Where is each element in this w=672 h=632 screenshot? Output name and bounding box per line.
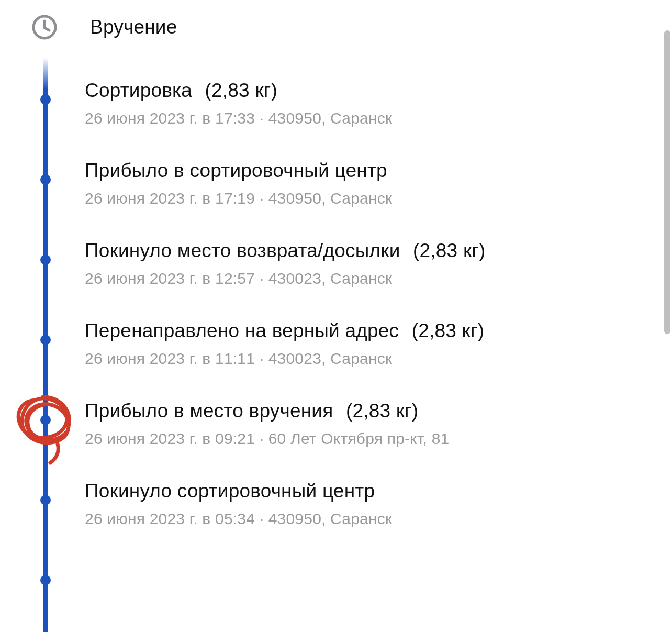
event-title-text: Покинуло сортировочный центр bbox=[85, 480, 375, 502]
event-title-text: Сортировка bbox=[85, 80, 192, 101]
event-location: 430950, Саранск bbox=[268, 190, 393, 207]
event-title: Покинуло сортировочный центр bbox=[85, 480, 609, 503]
event-location: 430023, Саранск bbox=[268, 350, 393, 367]
event-title: Прибыло в сортировочный центр bbox=[85, 160, 609, 182]
event-location: 430950, Саранск bbox=[268, 109, 393, 127]
event-subtitle: 26 июня 2023 г. в 12:57 · 430023, Саранс… bbox=[85, 270, 609, 287]
event-datetime: 26 июня 2023 г. в 09:21 bbox=[85, 430, 255, 447]
event-location: 430023, Саранск bbox=[268, 270, 393, 287]
event-datetime: 26 июня 2023 г. в 11:11 bbox=[85, 350, 255, 367]
event-title: Перенаправлено на верный адрес (2,83 кг) bbox=[85, 320, 609, 342]
event-subtitle: 26 июня 2023 г. в 17:19 · 430950, Саранс… bbox=[85, 190, 609, 207]
event-title-text: Покинуло место возврата/досылки bbox=[85, 240, 400, 261]
event-subtitle: 26 июня 2023 г. в 17:33 · 430950, Саранс… bbox=[85, 109, 609, 127]
event-separator: · bbox=[260, 510, 268, 527]
event-datetime: 26 июня 2023 г. в 05:34 bbox=[85, 510, 255, 527]
event-separator: · bbox=[260, 190, 268, 207]
event-weight: (2,83 кг) bbox=[412, 320, 484, 341]
event-title-text: Прибыло в место вручения bbox=[85, 400, 333, 422]
timeline-dot bbox=[40, 495, 51, 505]
event-separator: · bbox=[260, 350, 268, 367]
event-location: 430950, Саранск bbox=[268, 510, 393, 527]
scrollbar-track[interactable] bbox=[663, 0, 672, 632]
timeline-dot bbox=[40, 415, 51, 425]
event-separator: · bbox=[260, 109, 268, 127]
clock-icon bbox=[31, 14, 58, 40]
timeline-header: Вручение bbox=[31, 12, 177, 43]
timeline-dot bbox=[40, 335, 51, 345]
event-weight: (2,83 кг) bbox=[346, 400, 418, 422]
event-separator: · bbox=[260, 270, 268, 287]
event-subtitle: 26 июня 2023 г. в 05:34 · 430950, Саранс… bbox=[85, 510, 609, 528]
event-title-text: Прибыло в сортировочный центр bbox=[85, 160, 387, 181]
event-title-text: Перенаправлено на верный адрес bbox=[85, 320, 399, 341]
event-location: 60 Лет Октября пр-кт, 81 bbox=[268, 430, 450, 447]
tracking-timeline-view: Вручение Сортировка (2,83 кг) 26 июня 20… bbox=[0, 0, 672, 632]
timeline-event: Перенаправлено на верный адрес (2,83 кг)… bbox=[85, 320, 609, 368]
timeline-dot bbox=[40, 174, 51, 185]
timeline-header-title: Вручение bbox=[90, 16, 177, 38]
event-datetime: 26 июня 2023 г. в 12:57 bbox=[85, 270, 255, 287]
event-title: Сортировка (2,83 кг) bbox=[85, 80, 609, 102]
timeline-dot bbox=[40, 575, 51, 585]
event-weight: (2,83 кг) bbox=[413, 240, 485, 261]
timeline-event: Покинуло сортировочный центр 26 июня 202… bbox=[85, 480, 609, 528]
event-title: Покинуло место возврата/досылки (2,83 кг… bbox=[85, 240, 609, 262]
event-datetime: 26 июня 2023 г. в 17:33 bbox=[85, 109, 255, 127]
timeline-dot bbox=[40, 254, 51, 265]
timeline-dot bbox=[40, 94, 51, 105]
scrollbar-thumb[interactable] bbox=[664, 30, 670, 334]
timeline-event: Сортировка (2,83 кг) 26 июня 2023 г. в 1… bbox=[85, 80, 609, 127]
timeline-event: Покинуло место возврата/досылки (2,83 кг… bbox=[85, 240, 609, 287]
event-datetime: 26 июня 2023 г. в 17:19 bbox=[85, 190, 255, 207]
event-weight: (2,83 кг) bbox=[205, 80, 277, 101]
timeline-event: Прибыло в сортировочный центр 26 июня 20… bbox=[85, 160, 609, 207]
timeline-event: Прибыло в место вручения (2,83 кг) 26 ию… bbox=[85, 400, 609, 448]
event-separator: · bbox=[260, 430, 268, 447]
event-subtitle: 26 июня 2023 г. в 11:11 · 430023, Саранс… bbox=[85, 350, 609, 368]
event-subtitle: 26 июня 2023 г. в 09:21 · 60 Лет Октября… bbox=[85, 430, 609, 448]
event-title: Прибыло в место вручения (2,83 кг) bbox=[85, 400, 609, 423]
